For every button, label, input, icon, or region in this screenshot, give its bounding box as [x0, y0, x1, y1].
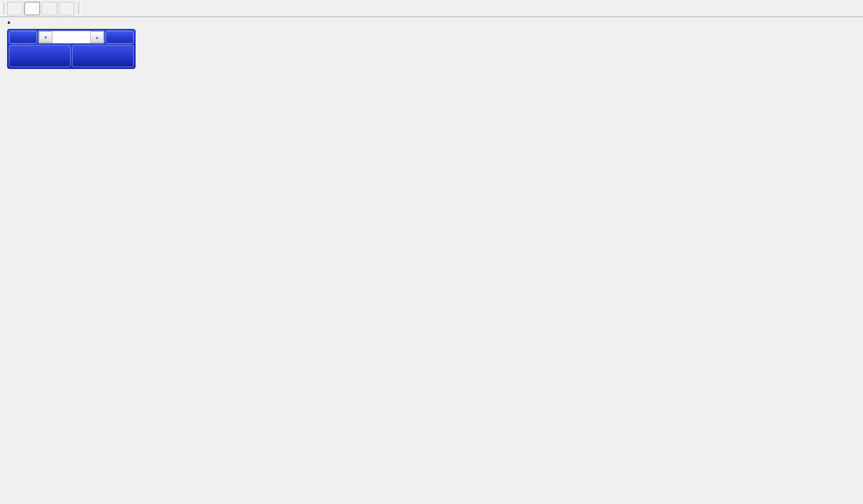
symbol-marker-icon: ▲	[6, 20, 11, 25]
trading-platform-window: ▲ ▼ ▲	[0, 0, 863, 504]
timeframe-button-d1[interactable]	[24, 2, 40, 15]
timeframe-button-h4[interactable]	[7, 2, 23, 15]
chart-title: ▲	[6, 20, 18, 25]
buy-button[interactable]	[106, 31, 134, 44]
volume-spinner: ▼ ▲	[38, 31, 104, 44]
timeframe-button-mn[interactable]	[58, 2, 74, 15]
toolbar-grip[interactable]	[1, 2, 4, 14]
toolbar-separator	[78, 2, 81, 14]
one-click-trade-panel: ▼ ▲	[7, 29, 136, 69]
volume-decrease-button[interactable]: ▼	[39, 31, 52, 43]
price-axis[interactable]	[839, 19, 863, 472]
time-axis[interactable]	[4, 472, 839, 489]
buy-price-button[interactable]	[72, 45, 134, 67]
volume-increase-button[interactable]: ▲	[90, 31, 104, 43]
sell-price-button[interactable]	[9, 45, 71, 67]
timeframe-button-w1[interactable]	[41, 2, 57, 15]
sell-button[interactable]	[9, 31, 37, 44]
timeframe-toolbar	[0, 0, 863, 17]
volume-input[interactable]	[52, 31, 90, 43]
chart-plot-area[interactable]	[4, 19, 839, 457]
